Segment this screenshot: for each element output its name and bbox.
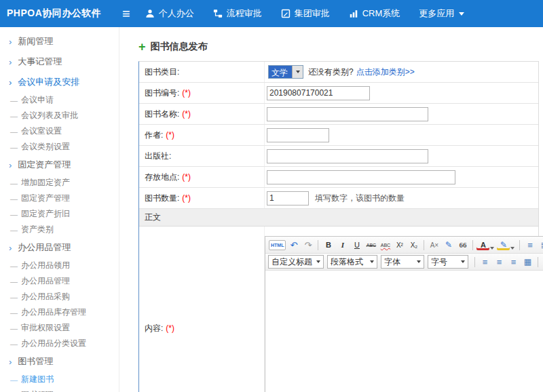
required-marker: (*) (182, 172, 191, 182)
nav-crm-system[interactable]: CRM系统 (349, 7, 400, 20)
publisher-input[interactable] (267, 149, 428, 163)
top-nav: 个人办公 流程审批 集团审批 CRM系统 更多应用 (145, 7, 484, 20)
sidebar-group-events[interactable]: ›大事记管理 (0, 52, 119, 72)
dash-icon: — (10, 195, 18, 203)
toolbar-separator (424, 240, 424, 250)
author-input[interactable] (267, 128, 329, 142)
sidebar-item-approval-permission[interactable]: —审批权限设置 (0, 320, 119, 336)
sidebar-group-label: 大事记管理 (18, 56, 62, 68)
nav-label: 更多应用 (419, 7, 454, 20)
source-code-button[interactable]: HTML (269, 240, 286, 250)
chevron-right-icon: › (9, 37, 12, 47)
book-category-select[interactable]: 文学 (268, 65, 303, 79)
add-category-link[interactable]: 点击添加类别>> (356, 66, 415, 78)
nav-group-approval[interactable]: 集团审批 (281, 7, 330, 20)
sidebar-group-news[interactable]: ›新闻管理 (0, 31, 119, 52)
book-name-input[interactable] (267, 107, 428, 121)
editor-content-area[interactable] (265, 271, 543, 392)
book-number-input[interactable] (267, 86, 370, 100)
sidebar: ›新闻管理 ›大事记管理 ›会议申请及安排 —会议申请 —会议列表及审批 —会议… (0, 27, 119, 392)
italic-button[interactable]: I (336, 239, 349, 252)
insert-table-button[interactable]: ▦ (521, 256, 534, 269)
chevron-down-icon[interactable] (490, 247, 494, 250)
sidebar-group-label: 办公用品管理 (18, 241, 71, 254)
format-painter-button[interactable]: ✎ (442, 239, 455, 252)
paragraph-format-select[interactable]: 段落格式 (327, 255, 377, 269)
sidebar-item-asset-manage[interactable]: —固定资产管理 (0, 191, 119, 206)
toolbar-separator (519, 240, 520, 250)
sidebar-group-assets[interactable]: ›固定资产管理 (0, 155, 119, 175)
strikethrough-button[interactable]: ABC (364, 239, 377, 252)
required-marker: (*) (166, 324, 174, 333)
blockquote-button[interactable]: 66 (456, 239, 469, 252)
undo-button[interactable]: ↶ (287, 239, 300, 252)
dash-icon: — (10, 128, 18, 136)
required-marker: (*) (182, 88, 191, 98)
required-marker: (*) (182, 193, 191, 203)
nav-process-approval[interactable]: 流程审批 (213, 7, 262, 20)
field-label: 出版社: (145, 151, 171, 162)
location-input[interactable] (267, 170, 455, 184)
book-form: 图书类目: 文学 还没有类别? 点击添加类别>> 图书编号: (*) (138, 61, 539, 392)
sidebar-item-asset-depreciation[interactable]: —固定资产折旧 (0, 206, 119, 222)
bold-button[interactable]: B (322, 239, 335, 252)
sidebar-item-label: 办公用品分类设置 (21, 338, 86, 349)
underline-button[interactable]: U (350, 239, 363, 252)
numbered-list-button[interactable]: ≣ (538, 239, 543, 252)
required-marker: (*) (182, 109, 191, 119)
dash-icon: — (10, 179, 18, 187)
redo-button[interactable]: ↷ (301, 239, 314, 252)
sidebar-item-label: 办公用品库存管理 (21, 307, 86, 318)
sidebar-item-supplies-category[interactable]: —办公用品分类设置 (0, 336, 119, 351)
page-title: + 图书信息发布 (138, 41, 539, 53)
superscript-button[interactable]: X² (393, 239, 406, 252)
dash-icon: — (10, 376, 18, 384)
highlight-color-button[interactable]: ✎ (497, 239, 510, 250)
remove-format-button[interactable]: A× (428, 239, 441, 252)
chevron-down-icon (459, 12, 464, 16)
sidebar-item-supplies-purchase[interactable]: —办公用品采购 (0, 289, 119, 305)
chevron-down-icon (417, 260, 421, 263)
chevron-right-icon: › (9, 57, 12, 67)
dash-icon: — (10, 226, 18, 234)
bullet-list-button[interactable]: ≡ (523, 239, 536, 252)
sidebar-group-meeting[interactable]: ›会议申请及安排 (0, 72, 119, 92)
align-center-button[interactable]: ≡ (493, 256, 506, 269)
app-logo: PHPOA协同办公软件 (0, 7, 119, 20)
sidebar-item-supplies-manage[interactable]: —办公用品管理 (0, 273, 119, 289)
sidebar-item-book-new[interactable]: —新建图书 (0, 372, 119, 387)
category-hint-text: 还没有类别? (308, 66, 354, 78)
font-size-select[interactable]: 字号 (428, 255, 468, 269)
chevron-down-icon[interactable] (510, 247, 514, 250)
sidebar-item-supplies-inventory[interactable]: —办公用品库存管理 (0, 305, 119, 320)
font-family-select[interactable]: 字体 (381, 255, 424, 269)
field-label: 图书名称: (145, 109, 179, 120)
select-label: 字号 (431, 256, 447, 268)
custom-title-select[interactable]: 自定义标题 (268, 255, 324, 269)
font-color-button[interactable]: A (476, 239, 489, 250)
sidebar-item-meeting-list[interactable]: —会议列表及审批 (0, 108, 119, 123)
sidebar-item-supplies-claim[interactable]: —办公用品领用 (0, 258, 119, 273)
selected-option: 文学 (269, 66, 292, 78)
subscript-button[interactable]: X₂ (407, 239, 420, 252)
sidebar-item-asset-add[interactable]: —增加固定资产 (0, 175, 119, 191)
sidebar-item-meeting-category[interactable]: —会议类别设置 (0, 139, 119, 155)
sidebar-item-meeting-apply[interactable]: —会议申请 (0, 92, 119, 108)
sidebar-item-book-manage[interactable]: —图书管理 (0, 387, 119, 392)
hamburger-menu-icon[interactable]: ≡ (122, 7, 130, 20)
sidebar-item-label: 办公用品采购 (21, 291, 70, 302)
dash-icon: — (10, 277, 18, 286)
sidebar-group-supplies[interactable]: ›办公用品管理 (0, 237, 119, 258)
sidebar-item-asset-category[interactable]: —资产类别 (0, 222, 119, 237)
align-left-button[interactable]: ≡ (479, 256, 491, 269)
nav-more-apps[interactable]: 更多应用 (419, 7, 464, 20)
nav-personal-office[interactable]: 个人办公 (145, 7, 194, 20)
spellcheck-button[interactable]: ABC (379, 239, 392, 252)
sidebar-item-meeting-room[interactable]: —会议室设置 (0, 123, 119, 139)
form-row-quantity: 图书数量: (*) 填写数字，该图书的数量 (139, 188, 538, 209)
toolbar-separator (538, 257, 538, 267)
quantity-input[interactable] (267, 191, 309, 205)
align-right-button[interactable]: ≡ (507, 256, 520, 269)
sidebar-group-books[interactable]: ›图书管理 (0, 351, 119, 372)
chevron-right-icon: › (9, 77, 12, 87)
